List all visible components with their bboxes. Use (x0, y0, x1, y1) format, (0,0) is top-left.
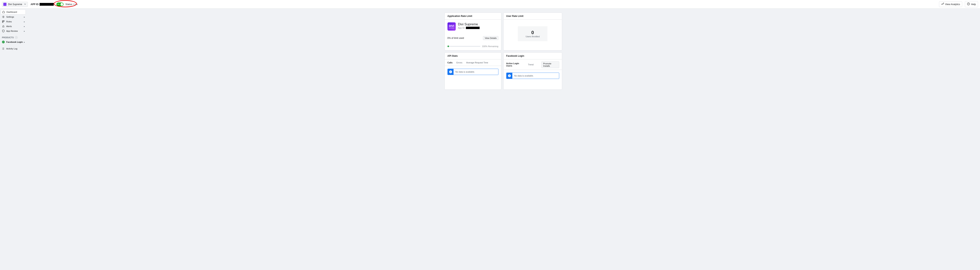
status-prefix: Status: (65, 3, 73, 6)
no-data-text: No data is available. (512, 75, 536, 77)
app-id-row: App ID: (458, 27, 480, 29)
view-analytics-button[interactable]: View Analytics (939, 2, 962, 7)
card-header: Facebook Login (504, 53, 562, 59)
card-user-rate-limit: User Rate Limit 0 Users throttled (503, 13, 562, 50)
sidebar-item-label: Facebook Login (6, 41, 23, 43)
user-rate-limit-box: 0 Users throttled (518, 26, 547, 41)
sidebar-item-label: Settings (6, 16, 14, 18)
tab-calls[interactable]: Calls (447, 61, 453, 66)
products-label: PRODUCTS (2, 37, 14, 39)
list-icon (2, 47, 5, 50)
bell-icon (2, 25, 5, 28)
no-data-banner: i No data is available. (506, 73, 559, 79)
app-id-value-redacted (40, 3, 54, 6)
facebook-login-tabs: Active Login Users Trend Promote Install… (504, 59, 562, 70)
no-data-banner: i No data is available. (447, 69, 498, 75)
svg-text:?: ? (968, 3, 969, 5)
sidebar: Dashboard Settings ▸ Roles ▸ Alerts ▸ (0, 9, 27, 52)
status-value: Live (73, 3, 78, 6)
svg-rect-4 (3, 21, 4, 21)
chevron-down-icon (24, 3, 26, 6)
app-id-group: APP ID: (30, 3, 54, 6)
promote-installs-button[interactable]: Promote Installs (541, 61, 559, 68)
limit-used-text: 0% of limit used (447, 37, 464, 40)
users-throttled-label: Users throttled (526, 35, 540, 38)
top-bar: Divi Supreme APP ID: ON Status: Live Vie… (0, 0, 980, 9)
app-logo-text: DIVI (449, 24, 454, 27)
app-id-label: App ID: (458, 27, 465, 29)
chevron-right-icon: ▸ (24, 25, 25, 27)
app-logo-icon (3, 3, 6, 6)
sidebar-item-label: App Review (6, 30, 18, 32)
sidebar-item-label: Alerts (6, 25, 12, 27)
sidebar-item-label: Dashboard (6, 11, 17, 13)
chevron-right-icon: ▸ (24, 16, 25, 18)
sidebar-item-facebook-login[interactable]: ✓ Facebook Login ▸ (1, 40, 25, 44)
svg-rect-3 (2, 21, 3, 21)
svg-rect-5 (2, 22, 3, 22)
status-toggle[interactable]: ON (56, 3, 64, 6)
check-circle-icon: ✓ (2, 41, 5, 43)
no-data-text: No data is available. (453, 70, 477, 73)
sidebar-item-app-review[interactable]: App Review ▸ (1, 29, 25, 34)
rate-limit-progress-bar (447, 46, 480, 47)
add-product-icon[interactable]: + (15, 36, 18, 39)
tab-average-request-time[interactable]: Average Request Time (466, 61, 488, 66)
status-toggle-on-text: ON (57, 3, 60, 5)
chevron-right-icon: ▸ (24, 21, 25, 23)
svg-text:i: i (450, 70, 451, 73)
dashboard-icon (2, 11, 5, 13)
shield-check-icon (2, 30, 5, 32)
tab-active-login-users[interactable]: Active Login Users (506, 62, 524, 69)
sidebar-item-roles[interactable]: Roles ▸ (1, 19, 25, 24)
gear-icon (2, 16, 5, 18)
help-icon: ? (967, 3, 970, 6)
svg-point-2 (3, 16, 4, 17)
card-facebook-login: Facebook Login Active Login Users Trend … (503, 53, 562, 89)
tab-trend[interactable]: Trend (528, 63, 533, 68)
tab-errors[interactable]: Errors (457, 61, 462, 66)
card-header: Application Rate Limit (445, 13, 501, 20)
sidebar-item-activity-log[interactable]: Activity Log (1, 46, 25, 51)
rate-limit-remaining: 100% Remaining (482, 45, 498, 48)
card-application-rate-limit: Application Rate Limit DIVI SUPREME Divi… (444, 13, 501, 50)
svg-text:i: i (509, 75, 510, 77)
rate-limit-progress-marker (447, 46, 449, 47)
app-id-label: APP ID: (30, 3, 39, 6)
app-selector-label: Divi Supreme (8, 3, 22, 6)
roles-icon (2, 20, 5, 23)
chevron-right-icon: ▸ (24, 41, 25, 43)
chevron-right-icon: ▸ (24, 30, 25, 32)
sidebar-item-alerts[interactable]: Alerts ▸ (1, 24, 25, 29)
analytics-trend-icon (941, 3, 944, 6)
sidebar-item-dashboard[interactable]: Dashboard (1, 10, 25, 14)
info-icon: i (506, 73, 512, 79)
status-toggle-knob (60, 3, 63, 6)
card-header: API Stats (445, 53, 501, 59)
sidebar-item-label: Roles (6, 21, 12, 23)
app-logo-subtext: SUPREME (449, 27, 454, 29)
help-label: Help (971, 3, 976, 6)
view-details-button[interactable]: View Details (483, 36, 498, 40)
app-selector-dropdown[interactable]: Divi Supreme (2, 2, 28, 7)
card-header: User Rate Limit (504, 13, 562, 20)
help-button[interactable]: ? Help (965, 1, 978, 7)
info-icon: i (448, 69, 453, 75)
card-api-stats: API Stats Calls Errors Average Request T… (444, 53, 501, 89)
sidebar-item-label: Activity Log (6, 48, 17, 50)
sidebar-section-products: PRODUCTS + (1, 35, 25, 40)
view-analytics-label: View Analytics (945, 3, 960, 6)
app-title: Divi Supreme (458, 22, 480, 26)
status-text: Status: Live (65, 3, 78, 6)
app-id-value-redacted (466, 27, 480, 29)
api-stats-tabs: Calls Errors Average Request Time (445, 59, 501, 66)
app-logo: DIVI SUPREME (447, 22, 456, 30)
sidebar-item-settings[interactable]: Settings ▸ (1, 14, 25, 19)
users-throttled-count: 0 (526, 30, 540, 35)
status-group: ON Status: Live (56, 3, 78, 6)
